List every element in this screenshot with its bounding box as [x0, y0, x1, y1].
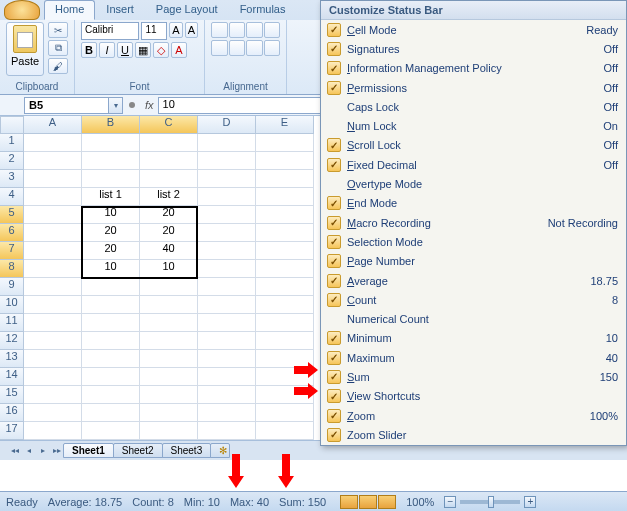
cell-C15[interactable] [140, 386, 198, 404]
cell-D5[interactable] [198, 206, 256, 224]
cell-B1[interactable] [82, 134, 140, 152]
ctx-item-fixed-decimal[interactable]: ✓Fixed DecimalOff [321, 155, 626, 174]
font-name-select[interactable]: Calibri [81, 22, 139, 40]
cell-C3[interactable] [140, 170, 198, 188]
row-header[interactable]: 13 [0, 350, 24, 368]
cell-A11[interactable] [24, 314, 82, 332]
cell-A7[interactable] [24, 242, 82, 260]
cell-C16[interactable] [140, 404, 198, 422]
cell-C11[interactable] [140, 314, 198, 332]
ctx-item-signatures[interactable]: ✓SignaturesOff [321, 39, 626, 58]
cell-D4[interactable] [198, 188, 256, 206]
cell-B2[interactable] [82, 152, 140, 170]
cell-D6[interactable] [198, 224, 256, 242]
font-size-select[interactable]: 11 [141, 22, 167, 40]
ctx-item-scroll-lock[interactable]: ✓Scroll LockOff [321, 136, 626, 155]
tab-nav-first[interactable]: ◂◂ [8, 443, 22, 459]
cell-E10[interactable] [256, 296, 314, 314]
sheet-tab-1[interactable]: Sheet1 [63, 443, 114, 458]
cell-C12[interactable] [140, 332, 198, 350]
cell-D3[interactable] [198, 170, 256, 188]
row-header[interactable]: 2 [0, 152, 24, 170]
cell-B9[interactable] [82, 278, 140, 296]
border-button[interactable]: ▦ [135, 42, 151, 58]
cell-B13[interactable] [82, 350, 140, 368]
ctx-item-num-lock[interactable]: Num LockOn [321, 116, 626, 135]
cell-E17[interactable] [256, 422, 314, 440]
cell-C10[interactable] [140, 296, 198, 314]
orientation-button[interactable] [264, 22, 281, 38]
cell-C2[interactable] [140, 152, 198, 170]
cell-B7[interactable]: 20 [82, 242, 140, 260]
cell-E16[interactable] [256, 404, 314, 422]
row-header[interactable]: 1 [0, 134, 24, 152]
cell-A6[interactable] [24, 224, 82, 242]
cell-A17[interactable] [24, 422, 82, 440]
cell-A9[interactable] [24, 278, 82, 296]
cell-C17[interactable] [140, 422, 198, 440]
cell-B10[interactable] [82, 296, 140, 314]
zoom-out-button[interactable]: − [444, 496, 456, 508]
row-header[interactable]: 17 [0, 422, 24, 440]
align-top-button[interactable] [211, 22, 228, 38]
cell-A4[interactable] [24, 188, 82, 206]
cell-C4[interactable]: list 2 [140, 188, 198, 206]
cell-D17[interactable] [198, 422, 256, 440]
cell-C13[interactable] [140, 350, 198, 368]
zoom-track[interactable] [460, 500, 520, 504]
row-header[interactable]: 6 [0, 224, 24, 242]
tab-home[interactable]: Home [44, 0, 95, 20]
col-header-D[interactable]: D [198, 116, 256, 134]
fill-color-button[interactable]: ◇ [153, 42, 169, 58]
row-header[interactable]: 11 [0, 314, 24, 332]
bold-button[interactable]: B [81, 42, 97, 58]
ctx-item-zoom-slider[interactable]: ✓Zoom Slider [321, 425, 626, 444]
ctx-item-end-mode[interactable]: ✓End Mode [321, 194, 626, 213]
cell-E3[interactable] [256, 170, 314, 188]
cell-A15[interactable] [24, 386, 82, 404]
cell-E9[interactable] [256, 278, 314, 296]
fx-icon[interactable]: fx [145, 99, 154, 111]
ctx-item-macro-recording[interactable]: ✓Macro RecordingNot Recording [321, 213, 626, 232]
row-header[interactable]: 10 [0, 296, 24, 314]
col-header-A[interactable]: A [24, 116, 82, 134]
zoom-in-button[interactable]: + [524, 496, 536, 508]
row-header[interactable]: 14 [0, 368, 24, 386]
view-pagebreak-button[interactable] [378, 495, 396, 509]
cell-C5[interactable]: 20 [140, 206, 198, 224]
cell-A3[interactable] [24, 170, 82, 188]
cell-B14[interactable] [82, 368, 140, 386]
ctx-item-average[interactable]: ✓Average18.75 [321, 271, 626, 290]
cell-A1[interactable] [24, 134, 82, 152]
tab-insert[interactable]: Insert [95, 0, 145, 20]
cell-E7[interactable] [256, 242, 314, 260]
zoom-percent[interactable]: 100% [406, 496, 434, 508]
cell-C9[interactable] [140, 278, 198, 296]
cell-D7[interactable] [198, 242, 256, 260]
ctx-item-selection-mode[interactable]: ✓Selection Mode [321, 232, 626, 251]
ctx-item-cell-mode[interactable]: ✓Cell ModeReady [321, 20, 626, 39]
align-left-button[interactable] [211, 40, 228, 56]
view-layout-button[interactable] [359, 495, 377, 509]
align-bottom-button[interactable] [246, 22, 263, 38]
cell-A2[interactable] [24, 152, 82, 170]
cell-D14[interactable] [198, 368, 256, 386]
paste-button[interactable]: Paste [6, 22, 44, 76]
ctx-item-permissions[interactable]: ✓PermissionsOff [321, 78, 626, 97]
cell-A12[interactable] [24, 332, 82, 350]
row-header[interactable]: 9 [0, 278, 24, 296]
zoom-thumb[interactable] [488, 496, 494, 508]
row-header[interactable]: 12 [0, 332, 24, 350]
tab-nav-last[interactable]: ▸▸ [50, 443, 64, 459]
cell-B17[interactable] [82, 422, 140, 440]
cell-D9[interactable] [198, 278, 256, 296]
cell-A10[interactable] [24, 296, 82, 314]
ctx-item-numerical-count[interactable]: Numerical Count [321, 309, 626, 328]
cell-B8[interactable]: 10 [82, 260, 140, 278]
row-header[interactable]: 3 [0, 170, 24, 188]
shrink-font-button[interactable]: A [185, 22, 198, 38]
row-header[interactable]: 15 [0, 386, 24, 404]
tab-nav-next[interactable]: ▸ [36, 443, 50, 459]
view-normal-button[interactable] [340, 495, 358, 509]
name-box-dropdown[interactable]: ▾ [109, 97, 123, 114]
